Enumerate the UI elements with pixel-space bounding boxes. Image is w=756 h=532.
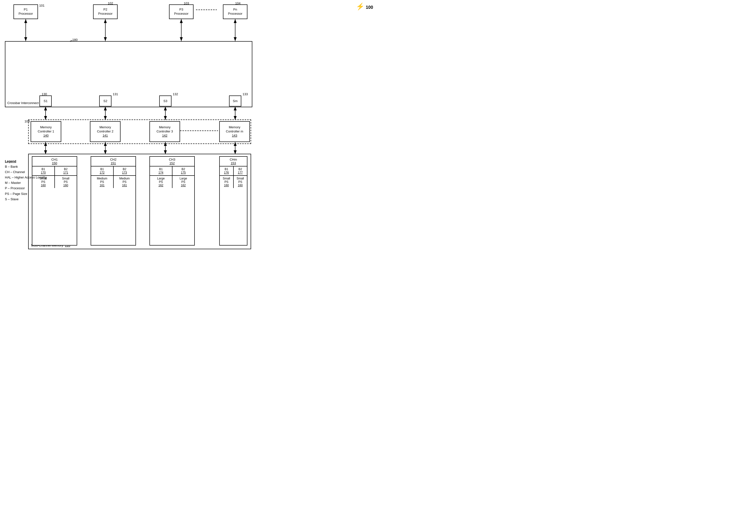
pn-label: PnProcessor bbox=[228, 8, 243, 16]
mc3-box: MemoryController 3142 bbox=[149, 121, 180, 142]
ch2-ps2: MediumPS161 bbox=[114, 176, 136, 188]
s2-ref: 131 bbox=[113, 92, 118, 96]
p2-label: P2Processor bbox=[98, 8, 113, 16]
ch3-ps1: LargePS162 bbox=[150, 176, 173, 188]
diagram-number: 100 bbox=[366, 5, 373, 10]
ch2-box: CH2151 B1172 B2173 MediumPS161 MediumPS1… bbox=[91, 156, 136, 245]
p2-processor-box: P2Processor bbox=[93, 4, 118, 19]
s1-ref: 130 bbox=[41, 92, 47, 96]
chm-b1: B1176 bbox=[220, 166, 234, 175]
mcm-label: MemoryController m143 bbox=[226, 125, 243, 138]
mc1-label: MemoryController 1140 bbox=[38, 125, 54, 138]
sm-label: Sm bbox=[233, 99, 238, 103]
ch3-header: CH3152 bbox=[150, 157, 194, 166]
ch2-ps1: MediumPS161 bbox=[91, 176, 114, 188]
legend-p: P – Processor bbox=[5, 186, 46, 191]
ch2-b1: B1172 bbox=[91, 166, 114, 175]
ch3-b1: B1174 bbox=[150, 166, 173, 175]
ch2-ps-row: MediumPS161 MediumPS161 bbox=[91, 176, 135, 188]
sm-box: Sm bbox=[229, 95, 241, 107]
legend-b: B – Bank bbox=[5, 164, 46, 169]
p3-label: P3Processor bbox=[174, 8, 189, 16]
ch3-box: CH3152 B1174 B2175 LargePS162 LargePS162 bbox=[149, 156, 195, 245]
chm-header: CHm153 bbox=[220, 157, 247, 166]
s3-box: S3 bbox=[159, 95, 172, 107]
pn-ref: 104 bbox=[235, 1, 241, 5]
legend-title: Legend bbox=[5, 159, 46, 164]
legend-ch: CH – Channel bbox=[5, 169, 46, 175]
mc2-box: MemoryController 2141 bbox=[90, 121, 121, 142]
chm-b2: B2177 bbox=[234, 166, 247, 175]
ch1-b2: B2171 bbox=[55, 166, 77, 175]
s2-box: S2 bbox=[99, 95, 112, 107]
pn-processor-box: PnProcessor bbox=[223, 4, 247, 19]
chm-ps1: SmallPS160 bbox=[220, 176, 234, 188]
mcm-box: MemoryController m143 bbox=[219, 121, 250, 142]
mc3-label: MemoryController 3142 bbox=[156, 125, 173, 138]
s1-box: S1 bbox=[40, 95, 52, 107]
ch2-b2: B2173 bbox=[114, 166, 136, 175]
chm-ps-row: SmallPS160 SmallPS160 bbox=[220, 176, 247, 188]
ch3-bank-row: B1174 B2175 bbox=[150, 166, 194, 176]
legend-hal: HAL – Higher Access Locality bbox=[5, 175, 46, 180]
s3-ref: 132 bbox=[173, 92, 178, 96]
p3-processor-box: P3Processor bbox=[169, 4, 194, 19]
p1-processor-box: P1Processor bbox=[14, 4, 38, 19]
ch3-ps-row: LargePS162 LargePS162 bbox=[150, 176, 194, 188]
legend-m: M – Master bbox=[5, 180, 46, 186]
ch2-bank-row: B1172 B2173 bbox=[91, 166, 135, 176]
legend-s: S – Slave bbox=[5, 197, 46, 202]
p2-ref: 102 bbox=[108, 1, 113, 5]
chm-bank-row: B1176 B2177 bbox=[220, 166, 247, 176]
chm-box: CHm153 B1176 B2177 SmallPS160 SmallPS160 bbox=[219, 156, 247, 245]
s2-label: S2 bbox=[103, 99, 107, 103]
ch3-ps2: LargePS162 bbox=[173, 176, 195, 188]
p3-ref: 103 bbox=[184, 1, 189, 5]
s1-label: S1 bbox=[43, 99, 47, 103]
sm-ref: 133 bbox=[243, 92, 248, 96]
mc2-label: MemoryController 2141 bbox=[97, 125, 113, 138]
diagram-icon: ⚡ bbox=[356, 2, 364, 11]
mc-group-ref: 108 bbox=[24, 119, 30, 123]
p1-label: P1Processor bbox=[19, 8, 33, 16]
legend: Legend B – Bank CH – Channel HAL – Highe… bbox=[5, 159, 46, 202]
s3-label: S3 bbox=[163, 99, 167, 103]
ch3-b2: B2175 bbox=[173, 166, 195, 175]
legend-ps: PS – Page Size bbox=[5, 191, 46, 197]
chm-ps2: SmallPS160 bbox=[234, 176, 247, 188]
ch1-ps2: SmallPS160 bbox=[55, 176, 77, 188]
mc-group-box bbox=[28, 119, 251, 144]
mc1-box: MemoryController 1140 bbox=[31, 121, 61, 142]
ch2-header: CH2151 bbox=[91, 157, 135, 166]
p1-ref: 101 bbox=[39, 4, 44, 7]
